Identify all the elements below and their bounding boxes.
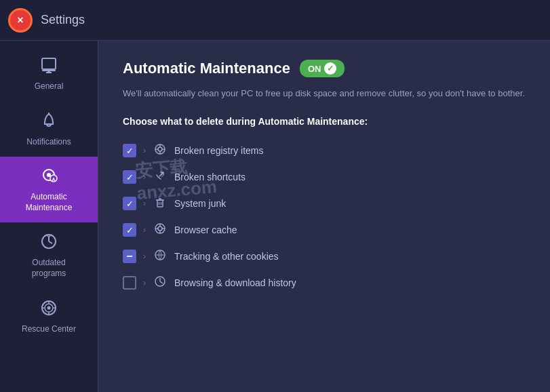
notifications-label: Notifications xyxy=(26,137,71,148)
section-title: Choose what to delete during Automatic M… xyxy=(123,116,526,127)
system-junk-icon xyxy=(153,196,168,212)
rescue-center-icon xyxy=(39,298,58,320)
rescue-center-label: Rescue Center xyxy=(22,324,76,335)
svg-text:A: A xyxy=(52,177,55,182)
page-title: Automatic Maintenance xyxy=(123,60,290,77)
close-button[interactable]: × xyxy=(8,8,33,33)
svg-point-14 xyxy=(47,306,51,309)
general-icon xyxy=(39,56,58,77)
content-area: Automatic Maintenance ON ✓ We'll automat… xyxy=(98,41,550,392)
browsing-history-icon xyxy=(153,275,168,291)
chevron-icon: › xyxy=(143,278,146,288)
checkbox-item-broken-shortcuts: ✓ › Broken shortcuts xyxy=(123,164,526,191)
svg-rect-25 xyxy=(157,200,163,207)
notifications-icon xyxy=(39,111,58,133)
broken-registry-label: Broken registry items xyxy=(174,145,263,156)
chevron-icon: › xyxy=(143,172,146,182)
tracking-cookies-icon xyxy=(153,249,168,264)
toggle-label: ON xyxy=(308,64,321,74)
checkbox-system-junk[interactable]: ✓ xyxy=(123,197,136,210)
checkbox-item-broken-registry: ✓ › Broken registry items xyxy=(123,138,526,164)
checkbox-broken-shortcuts[interactable]: ✓ xyxy=(123,170,136,184)
svg-point-20 xyxy=(158,147,162,151)
window-title: Settings xyxy=(41,13,85,27)
checkbox-list: ✓ › Broken registry items ✓ xyxy=(123,138,526,296)
chevron-icon: › xyxy=(143,146,146,155)
outdated-programs-label: Outdatedprograms xyxy=(32,258,66,279)
toggle-on-button[interactable]: ON ✓ xyxy=(300,60,345,77)
browser-cache-label: Browser cache xyxy=(174,224,237,235)
checkbox-browser-cache[interactable]: ✓ xyxy=(123,223,136,237)
title-bar: × Settings xyxy=(0,0,550,41)
sidebar-item-general[interactable]: General xyxy=(0,46,98,102)
svg-line-40 xyxy=(160,281,163,283)
tracking-cookies-label: Tracking & other cookies xyxy=(174,251,279,262)
browser-cache-icon xyxy=(153,222,168,238)
checkbox-item-system-junk: ✓ › System junk xyxy=(123,191,526,217)
checkbox-item-browser-cache: ✓ › Browser cache xyxy=(123,217,526,243)
browsing-history-label: Browsing & download history xyxy=(174,277,296,288)
main-layout: General Notifications A Au xyxy=(0,41,550,392)
sidebar-item-outdated-programs[interactable]: Outdatedprograms xyxy=(0,222,98,288)
outdated-programs-icon xyxy=(39,232,58,254)
svg-point-31 xyxy=(158,227,162,231)
sidebar-item-notifications[interactable]: Notifications xyxy=(0,102,98,157)
checkbox-browsing-history[interactable] xyxy=(123,276,136,290)
chevron-icon: › xyxy=(143,199,146,208)
sidebar-item-rescue-center[interactable]: Rescue Center xyxy=(0,289,98,345)
content-header: Automatic Maintenance ON ✓ xyxy=(123,60,526,77)
automatic-maintenance-icon: A xyxy=(39,166,58,188)
automatic-maintenance-label: AutomaticMaintenance xyxy=(26,192,73,213)
svg-line-11 xyxy=(49,241,52,243)
system-junk-label: System junk xyxy=(174,198,226,209)
checkbox-tracking-cookies[interactable]: − xyxy=(123,250,136,263)
svg-rect-0 xyxy=(42,58,56,69)
checkbox-item-tracking-cookies: − › Tracking & other cookies xyxy=(123,243,526,270)
registry-icon xyxy=(153,143,168,159)
checkbox-broken-registry[interactable]: ✓ xyxy=(123,144,136,157)
sidebar: General Notifications A Au xyxy=(0,41,98,392)
broken-shortcuts-label: Broken shortcuts xyxy=(174,172,245,182)
checkbox-item-browsing-history: › Browsing & download history xyxy=(123,270,526,296)
sidebar-item-automatic-maintenance[interactable]: A AutomaticMaintenance xyxy=(0,157,98,222)
toggle-check-icon: ✓ xyxy=(324,62,336,75)
chevron-icon: › xyxy=(143,252,146,261)
general-label: General xyxy=(35,81,64,92)
content-description: We'll automatically clean your PC to fre… xyxy=(123,87,526,101)
shortcuts-icon xyxy=(153,170,168,185)
chevron-icon: › xyxy=(143,225,146,235)
